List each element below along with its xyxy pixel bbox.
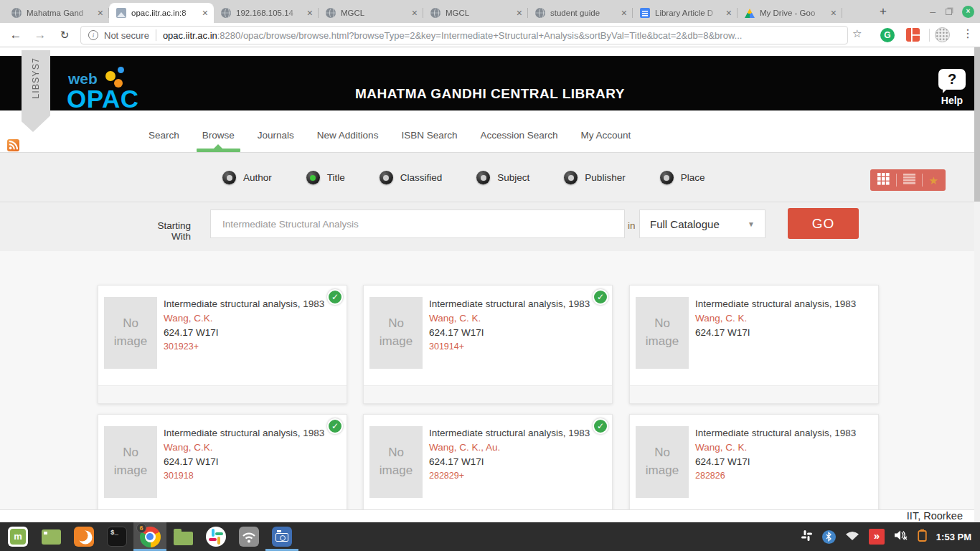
libsys-ribbon: LIBSYS7 [22,50,50,132]
grammarly-extension-icon[interactable]: G [880,28,895,42]
available-check-icon: ✓ [327,418,343,434]
results-grid: No image Intermediate structural analysi… [0,251,980,509]
nav-search[interactable]: Search [147,121,181,150]
screenshot-tool-launcher[interactable] [265,522,298,551]
result-author[interactable]: Wang, C. K. [695,313,871,324]
result-title[interactable]: Intermediate structural analysis, 1983 [164,298,339,309]
radio-title[interactable]: Title [306,171,345,184]
bookmark-star-icon[interactable]: ☆ [852,27,862,40]
browser-tab[interactable]: My Drive - Goo × [738,3,842,23]
taskbar-clock[interactable]: 1:53 PM [936,532,971,542]
nav-browse[interactable]: Browse [201,121,236,150]
wifi-icon [239,527,259,547]
mint-menu-button[interactable]: m [1,522,34,551]
go-button[interactable]: GO [788,208,859,239]
nav-accession-search[interactable]: Accession Search [479,121,559,150]
no-image-placeholder: No image [104,297,157,369]
reload-button[interactable]: ↻ [56,27,73,44]
volume-muted-icon[interactable] [894,529,908,544]
browser-menu-icon[interactable]: ⋮ [962,27,974,40]
wifi-tray-icon[interactable] [845,529,859,544]
help-button[interactable]: ? Help [936,69,969,106]
globe-favicon [430,8,440,18]
result-author[interactable]: Wang, C. K. [429,313,605,324]
window-minimize-button[interactable]: – [930,6,936,17]
result-title[interactable]: Intermediate structural analysis, 1983 [695,298,871,309]
tab-close-icon[interactable]: × [620,8,628,18]
logo-opac-text: OPAC [67,85,139,113]
webopac-logo[interactable]: web OPAC [68,69,161,115]
new-tab-button[interactable]: + [874,2,892,21]
radio-icon [222,171,236,184]
grid-view-icon[interactable] [877,173,890,188]
rss-icon[interactable] [7,139,19,151]
nav-my-account[interactable]: My Account [580,121,633,150]
browser-tab[interactable]: Mahatma Gand × [4,3,109,23]
result-card[interactable]: No image Intermediate structural analysi… [363,285,613,404]
forward-button[interactable]: → [32,27,49,44]
catalogue-scope-select[interactable]: Full Catalogue ▼ [639,209,765,238]
tab-close-icon[interactable]: × [829,8,838,18]
info-icon[interactable]: i [88,30,98,40]
extension-icon[interactable] [906,28,920,42]
browser-tab-active[interactable]: opac.iitr.ac.in:8 × [109,3,214,23]
result-author[interactable]: Wang, C. K. [695,442,871,453]
slack-tray-icon[interactable] [801,529,813,545]
toolbar-divider [929,29,930,42]
radio-classified[interactable]: Classified [380,171,443,184]
firefox-launcher[interactable] [67,522,100,551]
url-field[interactable]: i Not secure opac.iitr.ac.in :8280/opac/… [80,26,848,44]
nav-journals[interactable]: Journals [256,121,296,150]
result-card[interactable]: No image Intermediate structural analysi… [363,414,613,522]
toggle-divider [896,174,897,187]
browse-key-input[interactable] [210,209,625,238]
browser-tab[interactable]: 192.168.105.14 × [214,3,319,23]
list-view-icon[interactable] [903,174,915,187]
tab-close-icon[interactable]: × [515,8,524,18]
bluetooth-icon[interactable] [822,530,836,544]
page-scrollbar[interactable] [974,47,980,522]
result-author[interactable]: Wang, C.K. [164,442,339,453]
show-desktop-button[interactable] [34,522,67,551]
result-author[interactable]: Wang, C. K., Au. [429,442,605,453]
scrollbar-thumb[interactable] [974,47,980,202]
result-card[interactable]: No image Intermediate structural analysi… [629,414,879,522]
files-launcher[interactable] [166,522,199,551]
tab-close-icon[interactable]: × [725,8,733,18]
window-close-button[interactable]: × [962,6,974,18]
tab-close-icon[interactable]: × [201,8,209,18]
radio-place[interactable]: Place [660,171,705,184]
network-tool-launcher[interactable] [232,522,265,551]
nav-isbn-search[interactable]: ISBN Search [400,121,458,150]
battery-icon[interactable] [918,529,927,545]
tab-close-icon[interactable]: × [96,8,105,18]
slack-launcher[interactable] [199,522,232,551]
result-author[interactable]: Wang, C.K. [164,313,339,324]
result-card[interactable]: No image Intermediate structural analysi… [98,285,347,404]
chrome-launcher[interactable]: 6 [133,522,166,551]
radio-publisher[interactable]: Publisher [564,171,625,184]
window-maximize-button[interactable] [946,9,952,15]
browser-tab[interactable]: student guide × [528,3,633,23]
nav-new-additions[interactable]: New Additions [316,121,380,150]
result-title[interactable]: Intermediate structural analysis, 1983 [429,298,605,309]
result-title[interactable]: Intermediate structural analysis, 1983 [695,428,871,438]
result-title[interactable]: Intermediate structural analysis, 1983 [429,428,605,438]
anydesk-icon[interactable]: » [869,529,885,545]
radio-subject[interactable]: Subject [476,171,529,184]
result-title[interactable]: Intermediate structural analysis, 1983 [164,428,339,438]
tab-title: MGCL [446,9,510,17]
terminal-launcher[interactable]: $_ [100,522,133,551]
browser-tab[interactable]: MGCL × [319,3,423,23]
available-check-icon: ✓ [593,289,608,305]
browser-tab[interactable]: Library Article D × [633,3,738,23]
tab-close-icon[interactable]: × [410,8,419,18]
favorites-star-icon[interactable]: ★ [929,175,938,186]
radio-author[interactable]: Author [222,171,272,184]
back-button[interactable]: ← [7,27,24,44]
profile-avatar[interactable] [935,27,950,42]
result-card[interactable]: No image Intermediate structural analysi… [629,285,879,404]
tab-close-icon[interactable]: × [306,8,314,18]
browser-tab[interactable]: MGCL × [423,3,528,23]
result-card[interactable]: No image Intermediate structural analysi… [98,414,347,522]
